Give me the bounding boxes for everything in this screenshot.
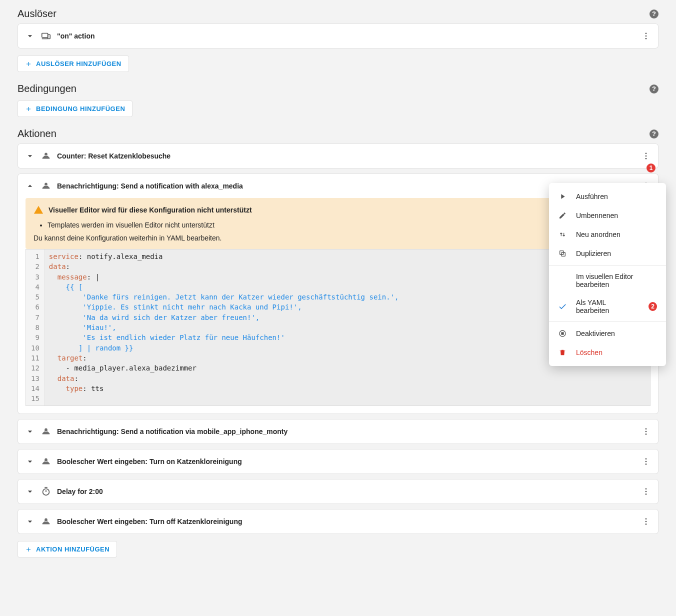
trigger-card: "on" action (18, 24, 658, 48)
menu-rename[interactable]: Umbennenen (549, 206, 666, 225)
section-triggers-title: Auslöser (18, 8, 56, 20)
section-triggers-header: Auslöser ? (18, 0, 658, 24)
action-label: Boolescher Wert eingeben: Turn off Katze… (57, 518, 640, 526)
menu-run-label: Ausführen (576, 192, 608, 200)
service-icon (40, 426, 52, 438)
svg-point-26 (646, 524, 647, 525)
menu-duplicate[interactable]: Duplizieren (549, 244, 666, 263)
svg-point-4 (646, 36, 647, 37)
menu-edit-visual-label: Im visuellen Editor bearbeiten (576, 272, 657, 288)
chevron-down-icon[interactable] (24, 456, 36, 468)
menu-disable[interactable]: Deaktivieren (549, 324, 666, 343)
menu-rename-label: Umbennenen (576, 212, 618, 220)
service-icon (40, 150, 52, 162)
chevron-down-icon[interactable] (24, 516, 36, 528)
help-icon[interactable]: ? (650, 84, 658, 94)
menu-separator (549, 265, 666, 266)
context-menu: Ausführen Umbennenen Neu anordnen Dupliz… (549, 183, 666, 366)
chevron-down-icon[interactable] (24, 426, 36, 438)
svg-rect-30 (562, 332, 564, 334)
play-icon (558, 192, 567, 201)
timer-icon (40, 486, 52, 498)
service-icon (40, 180, 52, 192)
service-icon (40, 516, 52, 528)
help-icon[interactable]: ? (650, 10, 658, 18)
svg-point-17 (646, 464, 647, 465)
trash-icon (558, 348, 567, 357)
menu-edit-yaml[interactable]: Als YAML bearbeiten 2 (549, 294, 666, 320)
menu-yaml-badge: 2 (648, 302, 657, 311)
service-icon (40, 456, 52, 468)
section-actions-header: Aktionen ? (18, 120, 658, 144)
action-label: Counter: Reset Katzenklobesuche (57, 152, 640, 160)
add-trigger-button[interactable]: Auslöser hinzufügen (18, 56, 129, 72)
chevron-up-icon[interactable] (24, 180, 36, 192)
section-actions-title: Aktionen (18, 128, 56, 140)
svg-point-23 (646, 494, 647, 495)
action-card: Boolescher Wert eingeben: Turn off Katze… (18, 509, 658, 534)
svg-point-12 (646, 428, 647, 430)
add-action-label: Aktion hinzufügen (36, 546, 110, 553)
reorder-icon (558, 230, 567, 239)
svg-point-25 (646, 521, 647, 522)
add-condition-button[interactable]: Bedingung hinzufügen (18, 100, 132, 117)
more-icon[interactable] (640, 426, 652, 438)
action-card: Boolescher Wert eingeben: Turn on Katzen… (18, 449, 658, 474)
svg-rect-0 (42, 34, 48, 38)
svg-point-16 (646, 461, 647, 462)
svg-point-14 (646, 434, 647, 435)
chevron-down-icon[interactable] (24, 486, 36, 498)
action-card: Delay for 2:00 (18, 479, 658, 504)
section-conditions-title: Bedingungen (18, 83, 76, 94)
more-icon[interactable] (640, 30, 652, 42)
menu-delete[interactable]: Löschen (549, 343, 666, 362)
add-action-button[interactable]: Aktion hinzufügen (18, 541, 117, 558)
more-icon[interactable] (640, 150, 652, 162)
action-card: Benachrichtigung: Send a notification vi… (18, 419, 658, 444)
device-trigger-icon (40, 30, 52, 42)
action-card: Counter: Reset Katzenklobesuche (18, 144, 658, 168)
more-icon[interactable] (640, 516, 652, 528)
menu-reorder[interactable]: Neu anordnen (549, 225, 666, 244)
svg-point-24 (646, 518, 647, 520)
help-icon[interactable]: ? (650, 130, 658, 138)
pencil-icon (558, 211, 567, 220)
menu-separator (549, 322, 666, 322)
menu-duplicate-label: Duplizieren (576, 250, 611, 258)
menu-disable-label: Deaktivieren (576, 330, 615, 338)
menu-run[interactable]: Ausführen (549, 187, 666, 206)
menu-edit-visual[interactable]: Im visuellen Editor bearbeiten (549, 268, 666, 294)
add-trigger-label: Auslöser hinzufügen (36, 60, 122, 68)
check-icon (558, 302, 567, 311)
more-icon[interactable] (640, 486, 652, 498)
error-badge: 1 (646, 164, 656, 172)
action-label: Benachrichtigung: Send a notification vi… (57, 428, 640, 436)
svg-point-6 (646, 152, 647, 154)
svg-point-13 (646, 431, 647, 432)
svg-rect-2 (48, 34, 50, 38)
chevron-down-icon[interactable] (24, 150, 36, 162)
menu-edit-yaml-label: Als YAML bearbeiten (576, 298, 636, 314)
warning-icon (34, 205, 44, 215)
add-condition-label: Bedingung hinzufügen (36, 105, 125, 112)
warning-title: Visueller Editor wird für diese Konfigur… (48, 206, 252, 214)
trigger-label: "on" action (57, 32, 640, 40)
more-icon[interactable] (640, 456, 652, 468)
action-label: Boolescher Wert eingeben: Turn on Katzen… (57, 458, 640, 466)
svg-point-5 (646, 38, 647, 40)
svg-point-8 (646, 158, 647, 160)
stop-icon (558, 329, 567, 338)
svg-point-3 (646, 32, 647, 34)
svg-point-15 (646, 458, 647, 460)
svg-point-21 (646, 488, 647, 490)
action-label: Delay for 2:00 (57, 488, 640, 496)
svg-point-22 (646, 491, 647, 492)
chevron-down-icon[interactable] (24, 30, 36, 42)
svg-point-7 (646, 156, 647, 157)
menu-delete-label: Löschen (576, 348, 602, 356)
menu-reorder-label: Neu anordnen (576, 230, 620, 238)
section-conditions-header: Bedingungen ? (18, 75, 658, 98)
duplicate-icon (558, 249, 567, 258)
